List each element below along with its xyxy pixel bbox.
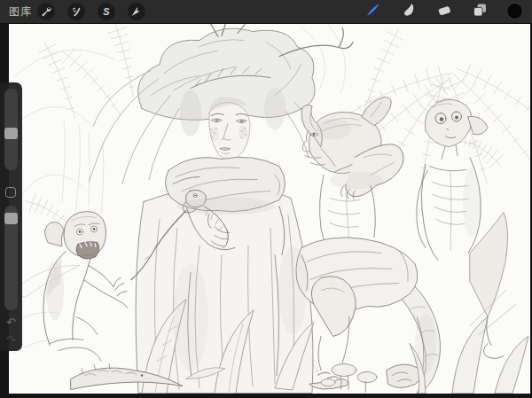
brush-size-slider[interactable]: [4, 89, 18, 170]
canvas-artwork: [9, 24, 530, 394]
top-toolbar: 图库 S: [0, 0, 532, 24]
actions-button[interactable]: [37, 3, 55, 20]
goblin-right: [296, 98, 421, 390]
undo-button[interactable]: ↶: [0, 316, 22, 329]
paint-button[interactable]: [364, 3, 382, 20]
magic-wand-icon: [71, 6, 82, 17]
brush-sidebar: ↶ ↷: [0, 82, 22, 351]
smudge-button[interactable]: [400, 3, 418, 20]
selection-button[interactable]: S: [98, 3, 115, 20]
s-glyph-icon: S: [103, 7, 109, 17]
color-button[interactable]: [506, 3, 523, 20]
erase-button[interactable]: [435, 3, 453, 20]
brush-size-handle[interactable]: [4, 128, 18, 139]
gallery-button[interactable]: 图库: [9, 0, 32, 23]
redo-button[interactable]: ↷: [0, 334, 22, 347]
drawing-canvas[interactable]: [9, 24, 530, 394]
transform-button[interactable]: [128, 3, 145, 20]
eraser-icon: [436, 2, 452, 21]
opacity-slider[interactable]: [4, 206, 18, 310]
redo-icon: ↷: [6, 333, 16, 347]
layers-icon: [472, 2, 488, 21]
cursor-arrow-icon: [131, 6, 142, 17]
modify-button[interactable]: [5, 187, 16, 198]
undo-icon: ↶: [6, 316, 16, 329]
wrench-icon: [41, 6, 51, 17]
layers-button[interactable]: [471, 3, 489, 20]
brush-stroke-icon: [364, 1, 382, 22]
finger-icon: [401, 2, 417, 21]
opacity-handle[interactable]: [4, 213, 18, 224]
adjustments-button[interactable]: [67, 3, 85, 20]
